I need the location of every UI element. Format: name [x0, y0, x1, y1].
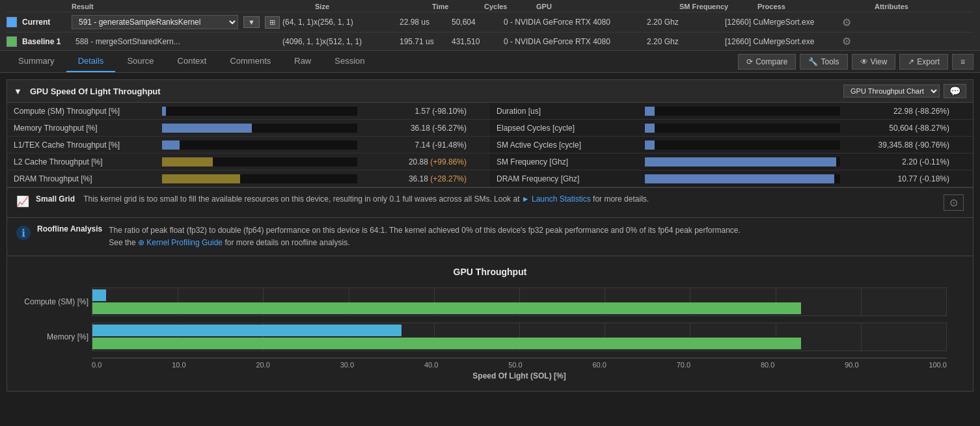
- current-size: (64, 1, 1)x(256, 1, 1): [282, 18, 400, 27]
- metric-bar: [162, 157, 213, 166]
- x-axis-tick-label: 30.0: [340, 361, 354, 369]
- tab-source[interactable]: Source: [115, 51, 165, 72]
- metric-name: Duration [us]: [497, 107, 640, 116]
- export-icon: ↗: [908, 57, 914, 66]
- export-button[interactable]: ↗ Export: [899, 54, 948, 70]
- small-grid-text2: for more details.: [593, 194, 649, 204]
- col-process: Process: [757, 3, 875, 10]
- metric-row-right: SM Active Cycles [cycle]39,345.88 (-90.7…: [490, 137, 973, 153]
- filter-button[interactable]: ▼: [243, 16, 260, 28]
- metric-bar: [162, 174, 240, 183]
- small-grid-text: This kernel grid is too small to fill th…: [83, 194, 519, 204]
- chart-bar-wrapper: [92, 302, 946, 314]
- tab-session[interactable]: Session: [323, 51, 376, 72]
- current-label: Current: [22, 18, 50, 27]
- col-cycles: Cycles: [484, 3, 536, 10]
- chart-row: Memory [%]: [92, 323, 947, 351]
- metric-value: 20.88 (+99.86%): [362, 157, 467, 166]
- baseline-cycles: 431,510: [452, 37, 504, 46]
- metric-bar-container: [645, 157, 840, 166]
- chart-area: Compute (SM) [%]Memory [%] 0.010.020.030…: [92, 287, 947, 380]
- metric-bar-container: [645, 174, 840, 183]
- chart-row-background: [92, 323, 947, 351]
- metric-row-right: DRAM Frequency [Ghz]10.77 (-0.18%): [490, 170, 973, 187]
- metric-name: Compute (SM) Throughput [%]: [14, 107, 157, 116]
- chart-bar-current: [92, 325, 402, 336]
- view-icon: 👁: [860, 57, 868, 66]
- current-row: Current 591 - generateSampleRanksKernel …: [7, 12, 973, 32]
- metric-row-left: Memory Throughput [%]36.18 (-56.27%): [7, 120, 490, 137]
- metric-bar: [645, 174, 834, 183]
- current-color-box: [7, 17, 17, 27]
- tab-summary[interactable]: Summary: [7, 51, 66, 72]
- chart-type-select[interactable]: GPU Throughput Chart: [843, 85, 940, 98]
- current-result-select[interactable]: 591 - generateSampleRanksKernel: [72, 15, 238, 29]
- tab-actions: ⟳ Compare 🔧 Tools 👁 View ↗ Export ≡: [738, 54, 973, 70]
- tab-comments[interactable]: Comments: [218, 51, 282, 72]
- section-collapse-icon[interactable]: ▼: [14, 87, 22, 96]
- menu-button[interactable]: ≡: [952, 54, 973, 70]
- metric-value: 36.18 (+28.27%): [362, 174, 467, 183]
- filter-icon-button[interactable]: ⊞: [265, 16, 280, 29]
- metric-value: 22.98 (-88.26%): [845, 107, 949, 116]
- x-axis-tick-label: 60.0: [592, 361, 606, 369]
- metric-bar: [645, 107, 655, 116]
- metric-bar: [645, 157, 836, 166]
- metric-name: SM Active Cycles [cycle]: [497, 140, 640, 150]
- small-grid-title: Small Grid: [36, 194, 75, 204]
- metric-value: 1.57 (-98.10%): [362, 107, 467, 116]
- baseline-time: 195.71 us: [400, 37, 452, 46]
- roofline-text: The ratio of peak float (fp32) to double…: [109, 224, 964, 249]
- metric-value: 7.14 (-91.48%): [362, 140, 467, 150]
- roofline-link[interactable]: ⊕ Kernel Profiling Guide: [138, 238, 223, 247]
- metric-row-right: Duration [us]22.98 (-88.26%): [490, 103, 973, 120]
- tab-raw[interactable]: Raw: [282, 51, 323, 72]
- metric-name: DRAM Frequency [Ghz]: [497, 174, 640, 183]
- chart-row-background: [92, 287, 947, 316]
- notice-expand-button[interactable]: ⊙: [944, 194, 964, 211]
- compare-icon: ⟳: [746, 57, 753, 66]
- metric-row-left: Compute (SM) Throughput [%]1.57 (-98.10%…: [7, 103, 490, 120]
- x-axis-tick-label: 40.0: [424, 361, 438, 369]
- metric-bar: [162, 140, 180, 150]
- baseline-process: [12660] CuMergeSort.exe: [725, 37, 842, 46]
- view-button[interactable]: 👁 View: [852, 54, 896, 70]
- tools-button[interactable]: 🔧 Tools: [800, 54, 847, 70]
- metric-value: 2.20 (-0.11%): [845, 157, 949, 166]
- tab-context[interactable]: Context: [166, 51, 219, 72]
- chart-section: GPU Throughput Compute (SM) [%]Memory [%…: [7, 256, 973, 392]
- current-settings-icon[interactable]: ⚙: [842, 16, 851, 29]
- metric-name: DRAM Throughput [%]: [14, 174, 157, 183]
- metric-value: 39,345.88 (-90.76%): [845, 140, 949, 150]
- baseline-settings-icon[interactable]: ⚙: [842, 35, 851, 47]
- metric-name: Memory Throughput [%]: [14, 124, 157, 133]
- chart-title: GPU Throughput: [20, 267, 960, 277]
- chart-bar-baseline: [92, 302, 801, 314]
- chart-bar-wrapper: [92, 338, 946, 349]
- metric-name: L1/TEX Cache Throughput [%]: [14, 140, 157, 150]
- metrics-table: Compute (SM) Throughput [%]1.57 (-98.10%…: [7, 103, 973, 188]
- metric-bar-container: [162, 107, 357, 116]
- section-header: ▼ GPU Speed Of Light Throughput GPU Thro…: [7, 79, 973, 103]
- metric-name: SM Frequency [Ghz]: [497, 157, 640, 166]
- compare-button[interactable]: ⟳ Compare: [738, 54, 796, 70]
- current-cycles: 50,604: [452, 18, 504, 27]
- baseline-size: (4096, 1, 1)x(512, 1, 1): [282, 37, 400, 46]
- col-time: Time: [432, 3, 484, 10]
- roofline-info-icon: ℹ: [16, 226, 31, 240]
- tab-details[interactable]: Details: [66, 51, 116, 72]
- x-axis-tick-label: 100.0: [929, 361, 947, 369]
- col-size: Size: [315, 3, 432, 10]
- metric-bar-container: [645, 107, 840, 116]
- small-grid-notice: 📈 Small Grid This kernel grid is too sma…: [7, 188, 973, 218]
- metric-value: 50,604 (-88.27%): [845, 124, 949, 133]
- chart-bar-wrapper: [92, 289, 946, 301]
- section-title: ▼ GPU Speed Of Light Throughput: [14, 87, 161, 96]
- small-grid-link[interactable]: ► Launch Statistics: [522, 194, 591, 204]
- section-controls: GPU Throughput Chart 💬: [843, 84, 966, 98]
- roofline-box: ℹ Roofline Analysis The ratio of peak fl…: [7, 218, 973, 256]
- chat-icon-button[interactable]: 💬: [944, 84, 966, 98]
- current-smfreq: 2.20 Ghz: [647, 18, 725, 27]
- metric-value: 10.77 (-0.18%): [845, 174, 949, 183]
- baseline-result: 588 - mergeSortSharedKern...: [72, 36, 280, 47]
